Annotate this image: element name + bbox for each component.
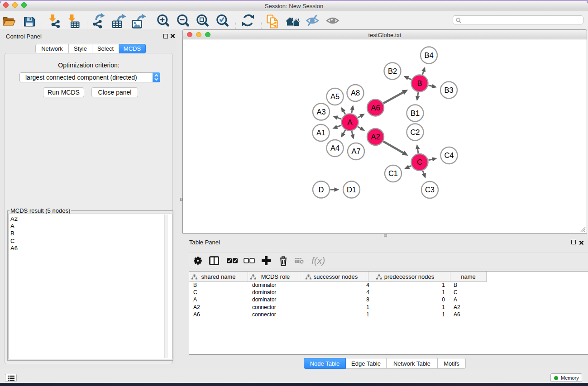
svg-text:A3: A3 <box>316 108 325 116</box>
svg-text:B4: B4 <box>424 51 433 59</box>
svg-text:A2: A2 <box>371 133 380 141</box>
svg-text:A6: A6 <box>371 104 380 112</box>
svg-text:D: D <box>319 186 324 194</box>
svg-text:C2: C2 <box>410 128 420 136</box>
svg-text:C1: C1 <box>388 169 398 177</box>
svg-text:A: A <box>347 118 352 126</box>
svg-text:A1: A1 <box>316 129 325 137</box>
svg-text:B3: B3 <box>444 86 453 94</box>
svg-text:A5: A5 <box>330 92 339 100</box>
svg-text:A4: A4 <box>330 144 339 152</box>
svg-text:f(x): f(x) <box>311 255 325 266</box>
svg-text:C3: C3 <box>425 186 435 194</box>
svg-text:C4: C4 <box>444 151 454 159</box>
svg-text:B: B <box>417 79 422 87</box>
svg-text:A8: A8 <box>351 89 360 97</box>
svg-text:B2: B2 <box>388 67 397 75</box>
svg-text:D1: D1 <box>347 186 356 194</box>
svg-text:A7: A7 <box>351 147 360 155</box>
svg-text:B1: B1 <box>411 109 420 117</box>
svg-text:C: C <box>417 158 422 166</box>
